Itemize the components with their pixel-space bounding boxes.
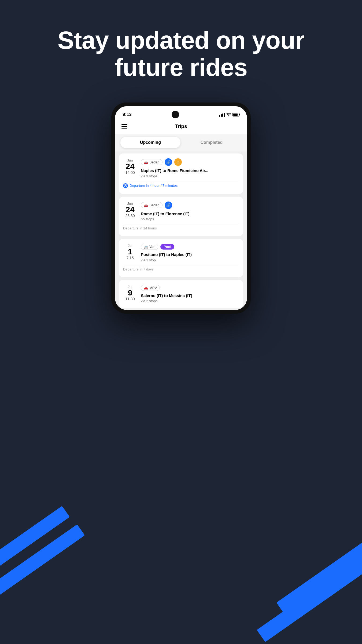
departure-plain-text-3: Departure in 7 days — [123, 267, 153, 271]
departure-countdown-text-1: Departure in 4 hour 47 minutes — [130, 184, 178, 188]
tag-sedan-label-2: Sedan — [149, 203, 160, 207]
trips-list: Jun 24 14:00 🚗 Sedan — [115, 151, 247, 310]
trip-top-row-3: Jul 1 7:15 🚐 Van Pool — [123, 244, 239, 262]
trip-time-1: 14:00 — [125, 170, 135, 175]
trip-route-4: Salerno (IT) to Messina (IT) — [141, 293, 239, 298]
link-icon-1: 🔗 — [166, 160, 171, 164]
trip-details-3: 🚐 Van Pool Positano (IT) to Naples (IT) … — [141, 244, 239, 262]
signal-bar-4 — [224, 113, 225, 117]
hero-title: Stay updated on your future rides — [21, 27, 341, 81]
trip-day-2: 24 — [125, 206, 134, 214]
status-bar: 9:13 — [115, 106, 247, 119]
page-wrapper: Stay updated on your future rides 9:13 — [0, 0, 362, 644]
signal-icon — [219, 112, 225, 117]
car-icon-3: 🚐 — [144, 245, 148, 249]
trip-tags-1: 🚗 Sedan 🔗 ⚠ — [141, 158, 239, 166]
tag-mpv-4: 🚗 MPV — [141, 285, 160, 291]
trip-stops-3: via 1 stop — [141, 258, 239, 262]
trip-day-3: 1 — [128, 248, 132, 256]
tab-completed[interactable]: Completed — [182, 137, 242, 148]
hamburger-line-2 — [121, 126, 127, 127]
wifi-icon — [226, 113, 231, 116]
trip-time-2: 23:30 — [125, 214, 135, 218]
link-icon-2: 🔗 — [166, 203, 171, 207]
trip-top-row-2: Jun 24 23:30 🚗 Sedan — [123, 202, 239, 221]
phone-screen: 9:13 — [115, 106, 247, 310]
status-time: 9:13 — [123, 112, 132, 117]
trip-stops-4: via 2 stops — [141, 299, 239, 303]
battery-icon — [232, 113, 239, 116]
trip-tags-2: 🚗 Sedan 🔗 — [141, 202, 239, 209]
tag-sedan-label-1: Sedan — [149, 160, 160, 164]
trip-day-4: 9 — [128, 289, 132, 297]
trip-stops-1: via 3 stops — [141, 174, 239, 178]
hero-section: Stay updated on your future rides — [0, 27, 362, 81]
trip-card-1[interactable]: Jun 24 14:00 🚗 Sedan — [119, 153, 243, 194]
tag-warning-1: ⚠ — [174, 158, 182, 166]
trip-tags-4: 🚗 MPV — [141, 285, 239, 291]
car-icon-4: 🚗 — [144, 286, 148, 290]
departure-info-2: Departure in 14 hours — [123, 224, 239, 231]
trip-route-3: Positano (IT) to Naples (IT) — [141, 252, 239, 257]
trip-card-4[interactable]: Jul 9 11:30 🚗 MPV — [119, 280, 243, 308]
departure-info-3: Departure in 7 days — [123, 265, 239, 272]
trip-date-3: Jul 1 7:15 — [123, 244, 137, 260]
signal-bar-2 — [221, 114, 222, 117]
trip-tags-3: 🚐 Van Pool — [141, 244, 239, 250]
tabs-container: Upcoming Completed — [115, 134, 247, 151]
trip-card-3[interactable]: Jul 1 7:15 🚐 Van Pool — [119, 239, 243, 277]
phone-mockup: 9:13 — [111, 103, 251, 314]
signal-bar-3 — [222, 114, 223, 117]
trip-date-1: Jun 24 14:00 — [123, 158, 137, 175]
car-icon-2: 🚗 — [144, 203, 148, 207]
phone-shell: 9:13 — [111, 103, 251, 314]
trip-route-1: Naples (IT) to Rome Fiumicino Air... — [141, 168, 239, 173]
app-title: Trips — [175, 123, 187, 129]
tag-mpv-label-4: MPV — [149, 286, 157, 290]
trip-time-4: 11:30 — [125, 297, 135, 301]
tag-van-label-3: Van — [149, 245, 155, 249]
app-header: Trips — [115, 119, 247, 134]
tag-van-3: 🚐 Van — [141, 244, 158, 250]
trip-stops-2: no stops — [141, 217, 239, 221]
trip-route-2: Rome (IT) to Florence (IT) — [141, 211, 239, 217]
clock-icon-1 — [123, 183, 128, 188]
car-icon-1: 🚗 — [144, 160, 148, 164]
trip-card-2[interactable]: Jun 24 23:30 🚗 Sedan — [119, 197, 243, 236]
tag-sedan-1: 🚗 Sedan — [141, 159, 162, 165]
trip-top-row-4: Jul 9 11:30 🚗 MPV — [123, 285, 239, 303]
departure-info-1: Departure in 4 hour 47 minutes — [123, 181, 239, 189]
tag-pool-3: Pool — [160, 244, 174, 250]
trip-date-4: Jul 9 11:30 — [123, 285, 137, 301]
departure-plain-text-2: Departure in 14 hours — [123, 226, 157, 230]
trip-time-3: 7:15 — [126, 256, 134, 260]
menu-button[interactable] — [121, 124, 127, 129]
tag-link-1: 🔗 — [165, 158, 172, 166]
trip-details-2: 🚗 Sedan 🔗 Rome (IT) to Florence (IT) no … — [141, 202, 239, 221]
trip-day-1: 24 — [125, 162, 134, 170]
signal-bar-1 — [219, 115, 220, 117]
status-icons — [219, 112, 239, 117]
hamburger-line-3 — [121, 128, 127, 129]
warning-icon-1: ⚠ — [176, 160, 180, 164]
tag-link-2: 🔗 — [165, 202, 172, 209]
trip-details-1: 🚗 Sedan 🔗 ⚠ — [141, 158, 239, 178]
tab-upcoming[interactable]: Upcoming — [120, 137, 180, 148]
hamburger-line-1 — [121, 124, 127, 125]
trip-top-row-1: Jun 24 14:00 🚗 Sedan — [123, 158, 239, 178]
battery-fill — [233, 114, 238, 116]
trip-date-2: Jun 24 23:30 — [123, 202, 137, 218]
trip-details-4: 🚗 MPV Salerno (IT) to Messina (IT) via 2… — [141, 285, 239, 303]
tag-sedan-2: 🚗 Sedan — [141, 202, 162, 208]
camera-notch — [172, 111, 179, 118]
